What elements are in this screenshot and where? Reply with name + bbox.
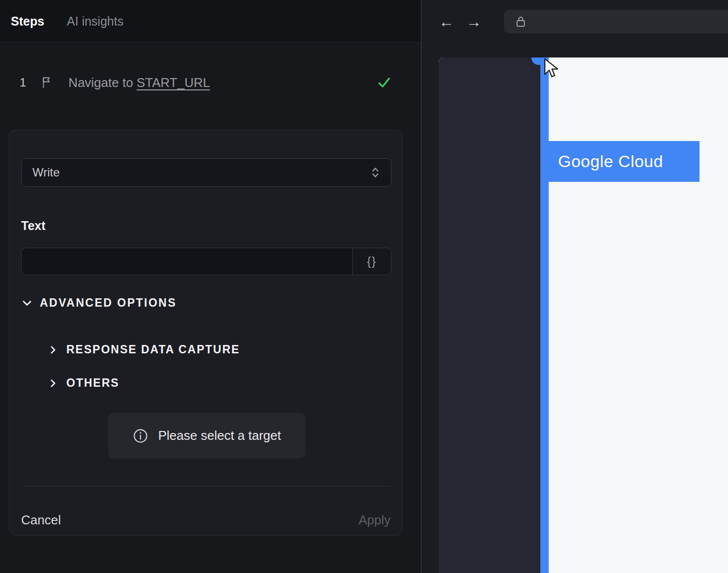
step-editor-card: Write Text {} ADVAN [9, 130, 403, 536]
element-highlight-stripe [540, 57, 549, 573]
select-updown-icon [369, 166, 381, 179]
select-target-notice-text: Please select a target [158, 428, 281, 443]
page-dark-sidebar [439, 57, 540, 573]
response-data-capture-toggle[interactable]: RESPONSE DATA CAPTURE [48, 343, 240, 356]
lock-icon [515, 15, 527, 28]
step-title-text: Navigate to [68, 75, 137, 90]
chevron-right-icon [48, 377, 58, 389]
back-button[interactable]: ← [438, 14, 455, 29]
tab-steps[interactable]: Steps [11, 14, 44, 29]
forward-button[interactable]: → [465, 14, 483, 29]
browser-preview-panel: ← → Google Cloud [422, 0, 728, 573]
others-label: OTHERS [66, 376, 119, 390]
chevron-right-icon [48, 344, 58, 356]
app: Steps AI insights 1 Navigate to START_UR… [0, 0, 728, 573]
action-select[interactable]: Write [21, 158, 392, 187]
chevron-down-icon [21, 297, 33, 309]
mouse-cursor-icon [543, 58, 560, 79]
apply-button[interactable]: Apply [359, 513, 391, 528]
step-number: 1 [20, 76, 26, 89]
steps-panel: Steps AI insights 1 Navigate to START_UR… [0, 0, 421, 573]
panel-tabbar: Steps AI insights [0, 0, 421, 43]
info-icon [133, 428, 148, 444]
advanced-options-label: ADVANCED OPTIONS [40, 296, 177, 310]
url-bar[interactable] [504, 10, 728, 33]
advanced-options-toggle[interactable]: ADVANCED OPTIONS [21, 296, 177, 310]
editor-footer: Cancel Apply [9, 504, 402, 536]
action-select-value: Write [32, 166, 60, 179]
others-toggle[interactable]: OTHERS [48, 376, 119, 390]
browser-viewport[interactable]: Google Cloud [439, 57, 728, 573]
step-item[interactable]: 1 Navigate to START_URL [0, 68, 421, 97]
select-target-notice: Please select a target [108, 413, 306, 458]
step-success-check-icon [377, 75, 392, 90]
browser-navbar: ← → [422, 0, 728, 43]
cancel-button[interactable]: Cancel [21, 513, 61, 528]
step-title: Navigate to START_URL [68, 75, 210, 90]
tab-ai-insights[interactable]: AI insights [67, 14, 123, 29]
flag-icon [41, 76, 54, 89]
highlighted-element-google-cloud[interactable]: Google Cloud [549, 141, 700, 182]
text-input[interactable] [21, 248, 352, 275]
insert-variable-button[interactable]: {} [352, 248, 392, 275]
text-input-group: {} [21, 248, 392, 275]
response-data-capture-label: RESPONSE DATA CAPTURE [66, 343, 240, 356]
step-start-url-link[interactable]: START_URL [137, 75, 210, 90]
footer-divider [21, 486, 392, 487]
text-field-label: Text [21, 219, 46, 233]
